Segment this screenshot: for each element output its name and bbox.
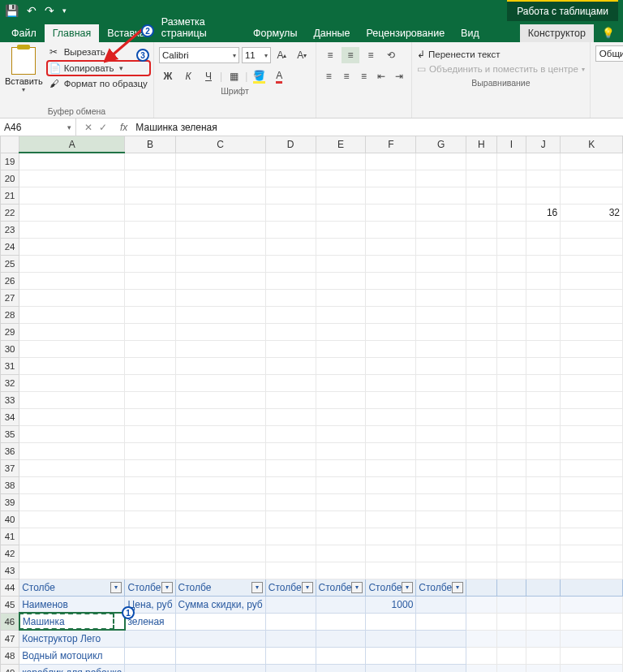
cell[interactable] (316, 476, 366, 493)
cell[interactable] (19, 323, 125, 340)
cell[interactable] (416, 170, 466, 187)
cell[interactable] (561, 357, 623, 374)
cell[interactable]: Столбе▾ (316, 579, 366, 596)
cell[interactable] (125, 442, 175, 459)
cell[interactable]: Сумма скидки, руб (175, 596, 265, 613)
cell[interactable] (366, 340, 416, 357)
cell[interactable] (265, 187, 316, 204)
filter-dropdown-button[interactable]: ▾ (161, 582, 173, 593)
cell[interactable] (366, 272, 416, 289)
cell[interactable] (316, 272, 366, 289)
cell[interactable] (175, 272, 265, 289)
cell[interactable] (265, 596, 316, 613)
cell[interactable] (19, 187, 125, 204)
font-name-select[interactable]: Calibri ▾ (159, 47, 239, 63)
cell[interactable] (561, 238, 623, 255)
cell[interactable] (466, 340, 497, 357)
align-right-button[interactable]: ≡ (356, 68, 372, 84)
cell[interactable] (366, 493, 416, 510)
cell[interactable] (561, 425, 623, 442)
copy-dropdown-icon[interactable]: ▾ (119, 64, 123, 72)
cell[interactable] (125, 153, 175, 170)
tab-review[interactable]: Рецензирование (359, 24, 453, 42)
cell[interactable] (416, 425, 466, 442)
cell[interactable] (526, 255, 561, 272)
cell[interactable] (366, 306, 416, 323)
cell[interactable] (265, 647, 316, 664)
align-left-button[interactable]: ≡ (321, 68, 337, 84)
cell[interactable] (175, 459, 265, 476)
cell[interactable] (496, 272, 526, 289)
row-header[interactable]: 29 (1, 323, 19, 340)
cell[interactable] (366, 442, 416, 459)
cell[interactable] (561, 408, 623, 425)
column-header[interactable]: D (265, 136, 316, 153)
cell[interactable] (125, 425, 175, 442)
cell[interactable] (496, 425, 526, 442)
cell[interactable] (19, 493, 125, 510)
row-header[interactable]: 35 (1, 425, 19, 442)
cell[interactable] (265, 545, 316, 562)
cell[interactable] (466, 357, 497, 374)
cell[interactable] (265, 306, 316, 323)
cell[interactable] (416, 493, 466, 510)
tab-page-layout[interactable]: Разметка страницы (153, 13, 245, 42)
cell[interactable] (466, 153, 497, 170)
cell[interactable] (19, 459, 125, 476)
cell[interactable] (316, 630, 366, 647)
cell[interactable] (125, 476, 175, 493)
cell[interactable] (366, 204, 416, 221)
cell[interactable] (316, 647, 366, 664)
cell[interactable] (175, 153, 265, 170)
cell[interactable] (316, 255, 366, 272)
font-color-button[interactable]: A (270, 68, 288, 84)
cell[interactable]: Водный мотоцикл (19, 647, 125, 664)
cell[interactable] (125, 323, 175, 340)
cell[interactable] (175, 323, 265, 340)
cell[interactable] (526, 391, 561, 408)
row-header[interactable]: 44 (1, 579, 19, 596)
cell[interactable] (526, 289, 561, 306)
tab-design[interactable]: Конструктор (520, 24, 594, 42)
cell[interactable] (19, 425, 125, 442)
cell[interactable] (496, 459, 526, 476)
cell[interactable] (366, 562, 416, 579)
cell[interactable] (561, 630, 623, 647)
row-header[interactable]: 33 (1, 391, 19, 408)
cell[interactable] (561, 510, 623, 528)
italic-button[interactable]: К (179, 68, 197, 84)
cell[interactable] (561, 289, 623, 306)
cell[interactable] (466, 545, 497, 562)
filter-dropdown-button[interactable]: ▾ (351, 582, 363, 593)
cell[interactable] (316, 459, 366, 476)
cell[interactable] (265, 391, 316, 408)
cell[interactable] (496, 493, 526, 510)
cell[interactable] (125, 238, 175, 255)
cell[interactable] (19, 238, 125, 255)
cell[interactable]: 32 (561, 204, 623, 221)
cell[interactable] (416, 391, 466, 408)
cell[interactable] (526, 170, 561, 187)
cell[interactable] (316, 374, 366, 391)
cell[interactable] (175, 170, 265, 187)
cell[interactable] (19, 562, 125, 579)
align-bottom-button[interactable]: ≡ (362, 47, 380, 63)
cell[interactable] (466, 647, 497, 664)
cell[interactable] (316, 238, 366, 255)
cell[interactable] (175, 289, 265, 306)
cell[interactable] (19, 408, 125, 425)
cell[interactable] (496, 630, 526, 647)
column-header[interactable]: C (175, 136, 265, 153)
cell[interactable] (175, 255, 265, 272)
undo-icon[interactable]: ↶ (27, 4, 37, 17)
row-header[interactable]: 21 (1, 187, 19, 204)
cell[interactable]: Столбе▾ (366, 579, 416, 596)
cell[interactable] (125, 510, 175, 528)
cell[interactable] (416, 323, 466, 340)
cell[interactable] (125, 340, 175, 357)
number-format-select[interactable]: Общи (595, 45, 623, 62)
cell[interactable]: Столбе▾ (416, 579, 466, 596)
cell[interactable] (125, 306, 175, 323)
row-header[interactable]: 37 (1, 459, 19, 476)
cell[interactable] (175, 408, 265, 425)
